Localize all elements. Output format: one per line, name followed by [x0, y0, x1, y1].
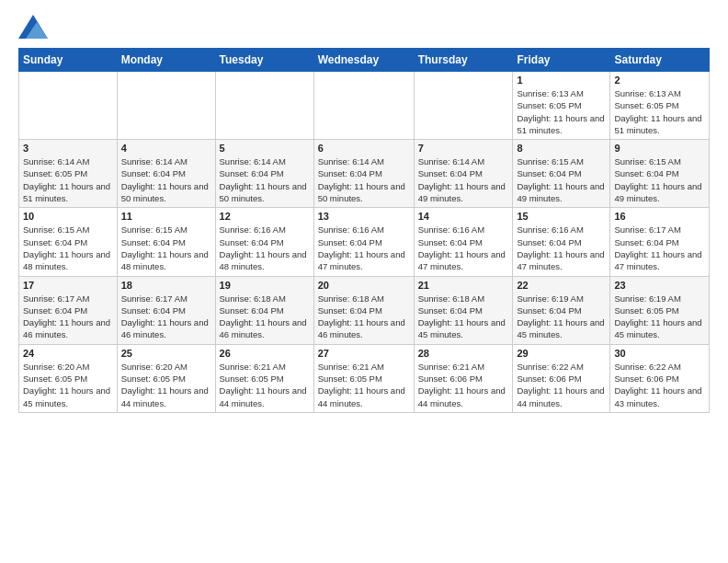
calendar-cell: 29Sunrise: 6:22 AM Sunset: 6:06 PM Dayli… — [513, 344, 610, 412]
day-info: Sunrise: 6:14 AM Sunset: 6:04 PM Dayligh… — [418, 155, 509, 204]
calendar-header-wednesday: Wednesday — [313, 49, 414, 72]
day-number: 19 — [220, 280, 310, 291]
calendar-cell: 9Sunrise: 6:15 AM Sunset: 6:04 PM Daylig… — [610, 140, 710, 208]
logo — [18, 15, 51, 39]
calendar-cell: 11Sunrise: 6:15 AM Sunset: 6:04 PM Dayli… — [117, 208, 215, 276]
calendar-cell — [19, 72, 118, 140]
calendar-week-5: 24Sunrise: 6:20 AM Sunset: 6:05 PM Dayli… — [19, 344, 710, 412]
day-info: Sunrise: 6:21 AM Sunset: 6:06 PM Dayligh… — [418, 361, 509, 409]
day-number: 9 — [614, 143, 705, 154]
calendar-cell: 2Sunrise: 6:13 AM Sunset: 6:05 PM Daylig… — [610, 72, 710, 140]
calendar-cell: 19Sunrise: 6:18 AM Sunset: 6:04 PM Dayli… — [215, 276, 313, 344]
calendar-cell: 18Sunrise: 6:17 AM Sunset: 6:04 PM Dayli… — [117, 276, 215, 344]
calendar-header-tuesday: Tuesday — [215, 49, 313, 72]
calendar-cell: 25Sunrise: 6:20 AM Sunset: 6:05 PM Dayli… — [117, 344, 215, 412]
calendar-cell: 20Sunrise: 6:18 AM Sunset: 6:04 PM Dayli… — [313, 276, 414, 344]
day-info: Sunrise: 6:19 AM Sunset: 6:04 PM Dayligh… — [517, 293, 606, 341]
day-info: Sunrise: 6:20 AM Sunset: 6:05 PM Dayligh… — [121, 361, 211, 409]
day-info: Sunrise: 6:13 AM Sunset: 6:05 PM Dayligh… — [614, 87, 705, 136]
day-number: 10 — [23, 211, 113, 222]
day-info: Sunrise: 6:18 AM Sunset: 6:04 PM Dayligh… — [418, 293, 509, 341]
day-info: Sunrise: 6:17 AM Sunset: 6:04 PM Dayligh… — [614, 224, 705, 272]
day-info: Sunrise: 6:15 AM Sunset: 6:04 PM Dayligh… — [121, 224, 211, 272]
day-info: Sunrise: 6:18 AM Sunset: 6:04 PM Dayligh… — [318, 293, 410, 341]
day-info: Sunrise: 6:17 AM Sunset: 6:04 PM Dayligh… — [23, 293, 113, 341]
day-info: Sunrise: 6:14 AM Sunset: 6:04 PM Dayligh… — [318, 155, 410, 204]
day-number: 22 — [517, 280, 606, 291]
calendar-week-2: 3Sunrise: 6:14 AM Sunset: 6:05 PM Daylig… — [19, 140, 710, 208]
day-info: Sunrise: 6:19 AM Sunset: 6:05 PM Dayligh… — [614, 293, 705, 341]
calendar-header-thursday: Thursday — [414, 49, 513, 72]
day-number: 23 — [614, 280, 705, 291]
calendar-cell — [117, 72, 215, 140]
day-number: 5 — [220, 143, 310, 154]
day-info: Sunrise: 6:15 AM Sunset: 6:04 PM Dayligh… — [614, 155, 705, 204]
day-number: 13 — [318, 211, 410, 222]
day-number: 2 — [614, 75, 705, 86]
calendar-cell — [313, 72, 414, 140]
day-number: 26 — [220, 348, 310, 359]
day-number: 16 — [614, 211, 705, 222]
calendar-cell: 27Sunrise: 6:21 AM Sunset: 6:05 PM Dayli… — [313, 344, 414, 412]
calendar-cell: 23Sunrise: 6:19 AM Sunset: 6:05 PM Dayli… — [610, 276, 710, 344]
day-number: 4 — [121, 143, 211, 154]
calendar-cell: 30Sunrise: 6:22 AM Sunset: 6:06 PM Dayli… — [610, 344, 710, 412]
day-number: 29 — [517, 348, 606, 359]
day-info: Sunrise: 6:15 AM Sunset: 6:04 PM Dayligh… — [23, 224, 113, 272]
calendar-cell: 4Sunrise: 6:14 AM Sunset: 6:04 PM Daylig… — [117, 140, 215, 208]
day-info: Sunrise: 6:17 AM Sunset: 6:04 PM Dayligh… — [121, 293, 211, 341]
calendar-cell: 24Sunrise: 6:20 AM Sunset: 6:05 PM Dayli… — [19, 344, 118, 412]
day-info: Sunrise: 6:22 AM Sunset: 6:06 PM Dayligh… — [614, 361, 705, 409]
day-number: 18 — [121, 280, 211, 291]
calendar-cell — [215, 72, 313, 140]
calendar-cell: 28Sunrise: 6:21 AM Sunset: 6:06 PM Dayli… — [414, 344, 513, 412]
day-info: Sunrise: 6:16 AM Sunset: 6:04 PM Dayligh… — [418, 224, 509, 272]
calendar-cell: 17Sunrise: 6:17 AM Sunset: 6:04 PM Dayli… — [19, 276, 118, 344]
day-info: Sunrise: 6:21 AM Sunset: 6:05 PM Dayligh… — [220, 361, 310, 409]
header — [18, 15, 710, 39]
calendar-cell: 21Sunrise: 6:18 AM Sunset: 6:04 PM Dayli… — [414, 276, 513, 344]
day-number: 8 — [517, 143, 606, 154]
day-number: 21 — [418, 280, 509, 291]
day-info: Sunrise: 6:22 AM Sunset: 6:06 PM Dayligh… — [517, 361, 606, 409]
calendar-cell: 12Sunrise: 6:16 AM Sunset: 6:04 PM Dayli… — [215, 208, 313, 276]
logo-icon — [18, 15, 48, 39]
day-number: 12 — [220, 211, 310, 222]
day-number: 25 — [121, 348, 211, 359]
day-number: 14 — [418, 211, 509, 222]
day-number: 24 — [23, 348, 113, 359]
calendar-cell: 8Sunrise: 6:15 AM Sunset: 6:04 PM Daylig… — [513, 140, 610, 208]
calendar-cell: 14Sunrise: 6:16 AM Sunset: 6:04 PM Dayli… — [414, 208, 513, 276]
day-number: 15 — [517, 211, 606, 222]
day-info: Sunrise: 6:14 AM Sunset: 6:05 PM Dayligh… — [23, 155, 113, 204]
calendar-header-row: SundayMondayTuesdayWednesdayThursdayFrid… — [19, 49, 710, 72]
calendar-cell: 13Sunrise: 6:16 AM Sunset: 6:04 PM Dayli… — [313, 208, 414, 276]
day-number: 30 — [614, 348, 705, 359]
day-info: Sunrise: 6:16 AM Sunset: 6:04 PM Dayligh… — [517, 224, 606, 272]
day-number: 6 — [318, 143, 410, 154]
calendar-cell: 10Sunrise: 6:15 AM Sunset: 6:04 PM Dayli… — [19, 208, 118, 276]
day-info: Sunrise: 6:18 AM Sunset: 6:04 PM Dayligh… — [220, 293, 310, 341]
day-number: 20 — [318, 280, 410, 291]
calendar-week-4: 17Sunrise: 6:17 AM Sunset: 6:04 PM Dayli… — [19, 276, 710, 344]
day-number: 3 — [23, 143, 113, 154]
day-number: 11 — [121, 211, 211, 222]
day-info: Sunrise: 6:16 AM Sunset: 6:04 PM Dayligh… — [318, 224, 410, 272]
calendar-cell: 3Sunrise: 6:14 AM Sunset: 6:05 PM Daylig… — [19, 140, 118, 208]
day-number: 28 — [418, 348, 509, 359]
calendar: SundayMondayTuesdayWednesdayThursdayFrid… — [18, 48, 710, 413]
calendar-cell: 15Sunrise: 6:16 AM Sunset: 6:04 PM Dayli… — [513, 208, 610, 276]
day-number: 27 — [318, 348, 410, 359]
calendar-week-3: 10Sunrise: 6:15 AM Sunset: 6:04 PM Dayli… — [19, 208, 710, 276]
calendar-cell: 26Sunrise: 6:21 AM Sunset: 6:05 PM Dayli… — [215, 344, 313, 412]
page: SundayMondayTuesdayWednesdayThursdayFrid… — [0, 0, 728, 422]
day-info: Sunrise: 6:16 AM Sunset: 6:04 PM Dayligh… — [220, 224, 310, 272]
day-info: Sunrise: 6:14 AM Sunset: 6:04 PM Dayligh… — [121, 155, 211, 204]
calendar-cell — [414, 72, 513, 140]
day-info: Sunrise: 6:21 AM Sunset: 6:05 PM Dayligh… — [318, 361, 410, 409]
day-number: 7 — [418, 143, 509, 154]
calendar-header-friday: Friday — [513, 49, 610, 72]
day-info: Sunrise: 6:13 AM Sunset: 6:05 PM Dayligh… — [517, 87, 606, 136]
calendar-header-sunday: Sunday — [19, 49, 118, 72]
calendar-cell: 1Sunrise: 6:13 AM Sunset: 6:05 PM Daylig… — [513, 72, 610, 140]
